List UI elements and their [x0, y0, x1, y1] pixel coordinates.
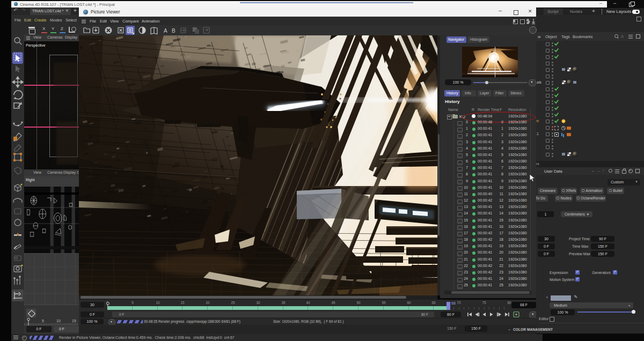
svg-text:10: 10 — [56, 319, 61, 323]
svg-text:A: A — [164, 28, 167, 34]
svg-text:B: B — [172, 28, 175, 34]
svg-text:15: 15 — [72, 319, 76, 323]
svg-text:5: 5 — [42, 319, 44, 323]
